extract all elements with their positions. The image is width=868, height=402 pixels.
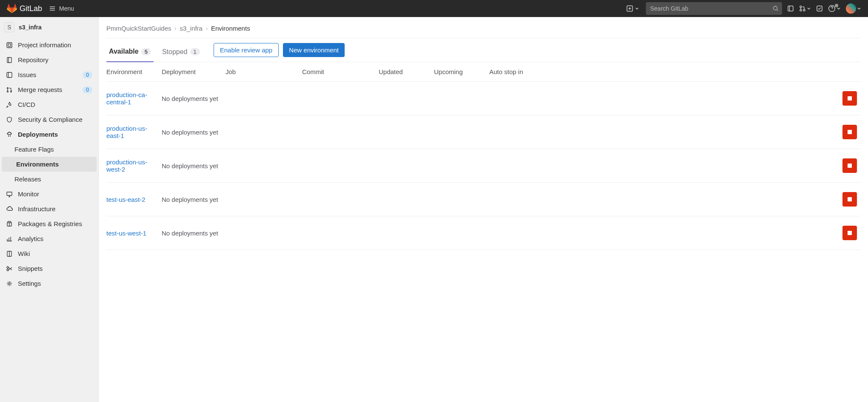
svg-point-1 (774, 6, 777, 10)
mr-icon (6, 86, 13, 93)
deployment-status: No deployments yet (162, 183, 842, 216)
sidebar-label: Repository (18, 56, 49, 63)
sidebar-label: Merge requests (18, 86, 62, 93)
issues-count-badge: 0 (83, 72, 92, 78)
brand-text: GitLab (20, 4, 42, 13)
cloud-icon (6, 206, 13, 212)
issues-icon (6, 72, 13, 78)
sidebar: S s3_infra Project information Repositor… (0, 17, 99, 402)
svg-point-20 (9, 283, 10, 284)
stop-environment-button[interactable] (842, 125, 857, 139)
chevron-down-icon (807, 6, 811, 11)
sidebar-item-security[interactable]: Security & Compliance (0, 112, 98, 127)
sidebar-item-issues[interactable]: Issues 0 (0, 67, 98, 82)
main-content: PmmQuickStartGuides › s3_infra › Environ… (99, 17, 868, 402)
stop-environment-button[interactable] (842, 158, 857, 173)
shield-icon (6, 116, 13, 123)
stop-environment-button[interactable] (842, 226, 857, 240)
monitor-icon (6, 191, 13, 198)
col-actions (842, 62, 860, 82)
table-row: test-us-west-1 No deployments yet (106, 216, 860, 250)
sidebar-item-feature-flags[interactable]: Feature Flags (0, 142, 98, 157)
svg-rect-8 (7, 43, 12, 48)
menu-label: Menu (59, 5, 74, 12)
svg-point-14 (11, 91, 12, 92)
sidebar-label: Settings (18, 280, 41, 287)
sidebar-item-merge-requests[interactable]: Merge requests 0 (0, 82, 98, 97)
project-header[interactable]: S s3_infra (0, 17, 98, 37)
environments-table: Environment Deployment Job Commit Update… (106, 62, 860, 250)
stop-environment-button[interactable] (842, 192, 857, 207)
svg-point-13 (7, 91, 9, 92)
sidebar-item-wiki[interactable]: Wiki (0, 246, 98, 261)
svg-rect-10 (7, 57, 11, 63)
tab-stopped[interactable]: Stopped 1 (160, 43, 203, 62)
sidebar-item-analytics[interactable]: Analytics (0, 231, 98, 246)
table-row: test-us-east-2 No deployments yet (106, 183, 860, 216)
deployment-status: No deployments yet (162, 149, 842, 183)
svg-rect-11 (7, 72, 12, 78)
menu-button[interactable]: Menu (49, 5, 74, 12)
chevron-right-icon: › (206, 26, 208, 32)
environment-link[interactable]: test-us-east-2 (106, 196, 146, 203)
enable-review-app-button[interactable]: Enable review app (214, 43, 279, 57)
sidebar-label: Analytics (18, 235, 43, 242)
stop-environment-button[interactable] (842, 91, 857, 106)
sidebar-label: Monitor (18, 190, 39, 198)
search-icon (773, 6, 779, 11)
environment-link[interactable]: production-ca-central-1 (106, 91, 147, 106)
tab-count: 5 (141, 48, 151, 55)
breadcrumb-group[interactable]: PmmQuickStartGuides (106, 25, 171, 32)
search-input[interactable] (646, 2, 782, 15)
sidebar-label: Packages & Registries (18, 220, 82, 227)
sidebar-item-packages[interactable]: Packages & Registries (0, 216, 98, 231)
new-environment-button[interactable]: New environment (283, 43, 345, 57)
project-avatar: S (4, 22, 14, 32)
stop-icon (848, 231, 852, 235)
sidebar-item-settings[interactable]: Settings (0, 276, 98, 291)
merge-requests-icon[interactable] (799, 5, 811, 12)
sidebar-item-monitor[interactable]: Monitor (0, 187, 98, 201)
sidebar-item-releases[interactable]: Releases (0, 172, 98, 187)
sidebar-label: Project information (18, 41, 71, 49)
svg-point-12 (7, 87, 9, 89)
chart-icon (6, 235, 13, 242)
chevron-down-icon (857, 6, 861, 11)
environment-link[interactable]: test-us-west-1 (106, 230, 146, 237)
search-box (646, 2, 782, 15)
sidebar-item-repository[interactable]: Repository (0, 52, 98, 67)
svg-point-4 (800, 9, 802, 11)
col-job: Job (226, 62, 302, 82)
sidebar-label: Environments (16, 161, 59, 168)
sidebar-item-infrastructure[interactable]: Infrastructure (0, 201, 98, 216)
svg-rect-2 (788, 6, 793, 11)
package-icon (6, 221, 13, 227)
svg-rect-9 (8, 44, 11, 46)
project-name: s3_infra (19, 24, 42, 31)
svg-point-5 (803, 9, 805, 11)
table-row: production-us-west-2 No deployments yet (106, 149, 860, 183)
sidebar-item-deployments[interactable]: Deployments (0, 127, 98, 142)
svg-point-19 (7, 269, 9, 271)
environment-link[interactable]: production-us-west-2 (106, 158, 147, 173)
create-button[interactable] (625, 3, 641, 14)
user-menu[interactable] (846, 3, 861, 14)
breadcrumb-project[interactable]: s3_infra (180, 25, 203, 32)
help-icon[interactable] (828, 5, 841, 12)
breadcrumb: PmmQuickStartGuides › s3_infra › Environ… (106, 22, 860, 38)
deployment-status: No deployments yet (162, 216, 842, 250)
sidebar-label: Wiki (18, 250, 30, 257)
sidebar-item-project-info[interactable]: Project information (0, 37, 98, 52)
tab-available[interactable]: Available 5 (106, 43, 154, 62)
sidebar-item-snippets[interactable]: Snippets (0, 261, 98, 276)
sidebar-label: Security & Compliance (18, 116, 83, 123)
todos-icon[interactable] (816, 5, 823, 12)
book-icon (6, 250, 13, 257)
sidebar-item-cicd[interactable]: CI/CD (0, 97, 98, 112)
environment-link[interactable]: production-us-east-1 (106, 125, 147, 139)
issues-icon[interactable] (787, 5, 794, 12)
col-commit: Commit (302, 62, 379, 82)
gitlab-logo[interactable]: GitLab (7, 3, 42, 14)
sidebar-item-environments[interactable]: Environments (2, 157, 97, 172)
col-environment: Environment (106, 62, 162, 82)
